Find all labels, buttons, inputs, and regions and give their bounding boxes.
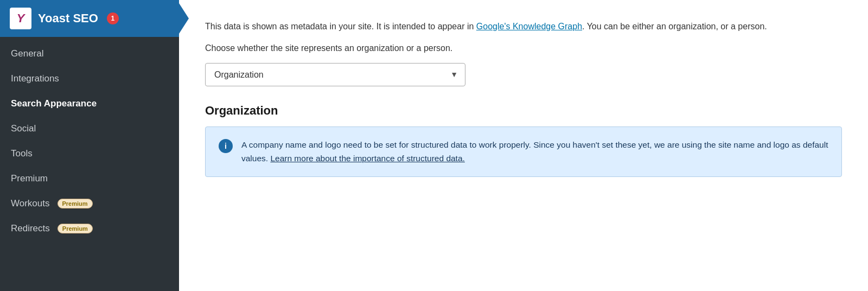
sidebar: Y Yoast SEO 1 General Integrations Searc… xyxy=(0,0,179,291)
sidebar-item-label: Tools xyxy=(11,148,33,159)
sidebar-item-label: Search Appearance xyxy=(11,98,97,109)
sidebar-header: Y Yoast SEO 1 xyxy=(0,0,179,37)
organization-select[interactable]: Organization Person xyxy=(205,63,465,86)
choose-text: Choose whether the site represents an or… xyxy=(205,43,842,53)
main-content: This data is shown as metadata in your s… xyxy=(179,0,868,291)
structured-data-link[interactable]: Learn more about the importance of struc… xyxy=(270,154,464,163)
info-box-text: A company name and logo need to be set f… xyxy=(241,138,828,166)
redirects-premium-badge: Premium xyxy=(58,224,93,233)
info-icon: i xyxy=(219,139,233,153)
description-text-2: . You can be either an organization, or … xyxy=(582,22,767,31)
info-box: i A company name and logo need to be set… xyxy=(205,126,842,177)
description-text-1: This data is shown as metadata in your s… xyxy=(205,22,476,31)
sidebar-item-label: Redirects xyxy=(11,223,50,234)
sidebar-item-label: General xyxy=(11,48,43,59)
select-wrapper: Organization Person ▼ xyxy=(205,63,465,86)
sidebar-item-label: Integrations xyxy=(11,73,59,84)
sidebar-item-tools[interactable]: Tools xyxy=(0,141,179,166)
description-paragraph: This data is shown as metadata in your s… xyxy=(205,20,842,34)
sidebar-item-general[interactable]: General xyxy=(0,41,179,66)
yoast-logo: Y xyxy=(10,8,31,29)
knowledge-graph-link[interactable]: Google's Knowledge Graph xyxy=(476,22,582,31)
sidebar-item-workouts[interactable]: Workouts Premium xyxy=(0,191,179,216)
sidebar-nav: General Integrations Search Appearance S… xyxy=(0,37,179,291)
sidebar-title: Yoast SEO xyxy=(38,11,98,26)
sidebar-item-integrations[interactable]: Integrations xyxy=(0,66,179,91)
organization-heading: Organization xyxy=(205,104,842,118)
notification-badge: 1 xyxy=(107,12,119,24)
sidebar-item-search-appearance[interactable]: Search Appearance xyxy=(0,91,179,116)
sidebar-item-label: Premium xyxy=(11,173,48,184)
sidebar-item-redirects[interactable]: Redirects Premium xyxy=(0,216,179,241)
workouts-premium-badge: Premium xyxy=(58,199,93,208)
sidebar-item-label: Workouts xyxy=(11,198,50,209)
sidebar-item-label: Social xyxy=(11,123,36,134)
sidebar-item-social[interactable]: Social xyxy=(0,116,179,141)
sidebar-item-premium[interactable]: Premium xyxy=(0,166,179,191)
sidebar-triangle-icon xyxy=(179,3,189,34)
